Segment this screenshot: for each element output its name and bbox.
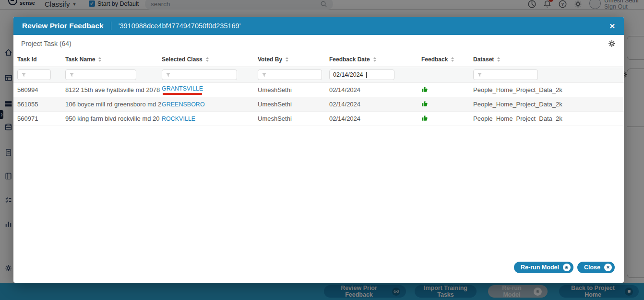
table-settings-gear-icon[interactable] (608, 39, 616, 48)
feedback-date-filter-input[interactable]: 02/14/2024 (329, 69, 394, 80)
cell-selected-class: GRANTSVILLE (162, 85, 258, 95)
table-body: 560994 8122 15th ave hyattsville md 2078… (13, 83, 624, 126)
task-id-filter-input[interactable] (17, 69, 51, 80)
cell-dataset: People_Home_Project_Data_2k (473, 115, 624, 122)
feedback-date-filter-value: 02/14/2024 (333, 71, 363, 78)
cell-feedback (410, 100, 473, 109)
record-id: '3910988dce4bf4774947050f0d235169' (119, 22, 241, 30)
cell-task-name: 8122 15th ave hyattsville md 2078 (65, 86, 162, 93)
funnel-icon (262, 72, 267, 78)
rerun-model-label: Re-run Model (521, 264, 559, 271)
cell-selected-class: ROCKVILLE (162, 115, 258, 122)
task-name-filter-input[interactable] (65, 69, 136, 80)
selected-class-link[interactable]: GREENSBORO (162, 101, 205, 108)
funnel-icon (477, 72, 482, 78)
cell-feedback-date: 02/14/2024 (329, 115, 410, 122)
modal-section-bar: Project Task (64) (13, 35, 624, 52)
column-header-voted-by[interactable]: Voted By (258, 56, 329, 63)
sort-icon[interactable] (451, 57, 454, 62)
modal-close-icon[interactable]: ✕ (609, 23, 615, 30)
selected-class-link[interactable]: GRANTSVILLE (162, 85, 203, 92)
screen: fluree sense Classify ▾ ✔ Start by Defau… (0, 0, 644, 300)
column-header-selected-class[interactable]: Selected Class (162, 56, 258, 63)
review-prior-feedback-modal: Review Prior Feedback '3910988dce4bf4774… (13, 17, 624, 283)
voted-by-filter-input[interactable] (258, 69, 322, 80)
cell-feedback-date: 02/14/2024 (329, 101, 410, 108)
column-header-dataset[interactable]: Dataset (473, 56, 624, 63)
cell-task-name: 950 king farm blvd rockville md 20 (65, 115, 162, 122)
dataset-filter-input[interactable] (473, 69, 538, 80)
sort-icon[interactable] (373, 57, 376, 62)
text-cursor (366, 72, 367, 78)
column-header-task-name[interactable]: Task Name (65, 56, 162, 63)
project-task-count-label: Project Task (64) (21, 40, 72, 47)
cell-feedback-date: 02/14/2024 (329, 86, 410, 93)
table-row[interactable]: 560994 8122 15th ave hyattsville md 2078… (13, 83, 624, 97)
column-header-feedback-date[interactable]: Feedback Date (329, 56, 410, 63)
red-underline-marker (163, 93, 202, 95)
funnel-icon (166, 72, 171, 78)
column-header-task-id[interactable]: Task Id (17, 56, 65, 63)
sort-icon[interactable] (497, 57, 500, 62)
funnel-icon (69, 72, 74, 78)
modal-rerun-model-button[interactable]: Re-run Model (514, 262, 573, 273)
cell-voted-by: UmeshSethi (258, 86, 329, 93)
sort-icon[interactable] (286, 57, 288, 62)
modal-title: Review Prior Feedback (22, 22, 104, 30)
selected-class-filter-input[interactable] (162, 69, 237, 80)
cell-voted-by: UmeshSethi (258, 101, 329, 108)
table-filter-row: 02/14/2024 (13, 67, 624, 83)
cell-dataset: People_Home_Project_Data_2k (473, 101, 624, 108)
funnel-icon (21, 72, 26, 78)
close-label: Close (584, 264, 600, 271)
close-x-icon: ✕ (604, 264, 612, 271)
cell-feedback (410, 115, 473, 123)
cell-task-name: 106 boyce mill rd greensboro md 2 (65, 101, 162, 108)
thumbs-up-icon (421, 115, 429, 122)
modal-close-button[interactable]: Close ✕ (577, 262, 615, 273)
modal-header: Review Prior Feedback '3910988dce4bf4774… (13, 17, 624, 35)
column-header-feedback[interactable]: Feedback (410, 56, 473, 63)
cell-task-id: 561055 (17, 101, 65, 108)
thumbs-up-icon (421, 100, 429, 107)
cell-task-id: 560994 (17, 86, 65, 93)
model-icon (563, 264, 571, 271)
sort-icon[interactable] (98, 57, 101, 62)
modal-footer: Re-run Model Close ✕ (514, 262, 615, 273)
table-header-row: Task Id Task Name Selected Class Voted B… (13, 52, 624, 67)
cell-task-id: 560971 (17, 115, 65, 122)
cell-feedback (410, 86, 473, 94)
sort-icon[interactable] (206, 57, 209, 62)
table-row[interactable]: 561055 106 boyce mill rd greensboro md 2… (13, 97, 624, 112)
cell-selected-class: GREENSBORO (162, 101, 258, 108)
cell-dataset: People_Home_Project_Data_2k (473, 86, 624, 93)
table-row[interactable]: 560971 950 king farm blvd rockville md 2… (13, 112, 624, 126)
thumbs-up-icon (421, 86, 429, 93)
cell-voted-by: UmeshSethi (258, 115, 329, 122)
title-separator (111, 22, 111, 30)
selected-class-link[interactable]: ROCKVILLE (162, 115, 195, 122)
